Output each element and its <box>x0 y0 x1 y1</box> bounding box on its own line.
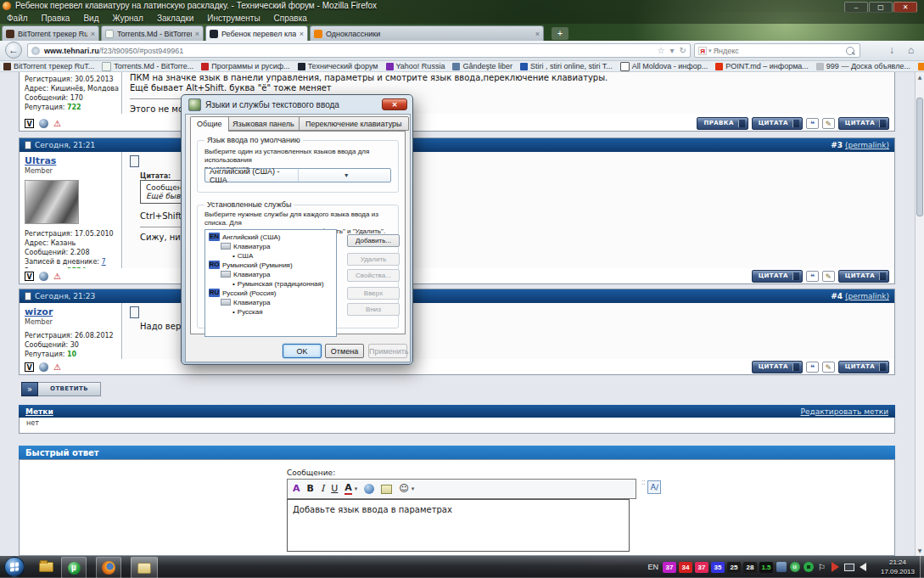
insert-image-icon[interactable] <box>381 485 392 494</box>
url-dropdown-icon[interactable]: ▾ <box>670 46 675 55</box>
move-up-button[interactable]: Вверх <box>347 287 400 300</box>
tree-layout-row[interactable]: •Румынская (традиционная) <box>232 279 336 288</box>
multiquote-icon[interactable]: ❝ <box>806 271 819 282</box>
bookmark-star-icon[interactable]: ☆ <box>658 46 665 55</box>
bookmark-yahoo[interactable]: Yahoo! Russia <box>386 62 445 70</box>
bookmark-tehnari[interactable]: Технический форум <box>298 62 378 70</box>
tree-language-row[interactable]: ROРумынский (Румыния) <box>209 261 336 269</box>
multiquote-icon[interactable]: ❝ <box>806 362 819 373</box>
tab-close-icon[interactable]: × <box>195 30 199 38</box>
taskbar-language-dialog[interactable] <box>131 557 158 578</box>
menu-bookmarks[interactable]: Закладки <box>150 14 200 23</box>
ip-icon[interactable] <box>39 272 48 281</box>
reload-icon[interactable]: ↻ <box>680 46 686 55</box>
avatar[interactable] <box>25 180 79 224</box>
search-input[interactable] <box>712 46 846 56</box>
menu-tools[interactable]: Инструменты <box>200 14 266 23</box>
bookmark-point[interactable]: POINT.md – информа... <box>715 62 809 70</box>
font-color-icon[interactable]: A <box>344 483 352 495</box>
quick-edit-icon[interactable]: ✎ <box>822 118 835 129</box>
menu-file[interactable]: Файл <box>0 14 35 23</box>
bold-icon[interactable]: B <box>307 483 314 495</box>
temp-badge[interactable]: 1.5 <box>759 562 773 573</box>
tree-keyboard-row[interactable]: Клавиатура <box>221 242 336 250</box>
tab-language-bar[interactable]: Языковая панель <box>226 116 301 131</box>
edit-tags-link[interactable]: Редактировать метки <box>800 407 888 416</box>
tree-layout-row[interactable]: •США <box>232 251 336 260</box>
back-button[interactable]: ← <box>5 42 22 59</box>
tags-link[interactable]: Метки <box>25 407 53 416</box>
quote-button[interactable]: ЦИТАТА <box>752 270 803 283</box>
permalink[interactable]: #4 (permalink) <box>831 292 889 300</box>
ip-icon[interactable] <box>39 119 48 128</box>
tab-general[interactable]: Общие <box>190 116 229 132</box>
temp-badge[interactable]: 37 <box>663 562 676 573</box>
tray-clock[interactable]: 21:24 17.09.2013 <box>874 558 921 576</box>
site-identity-icon[interactable] <box>31 47 40 55</box>
quote-plus-button[interactable]: ЦИТАТА <box>838 361 889 373</box>
search-box[interactable]: Я ▾ <box>694 43 860 58</box>
remove-button[interactable]: Удалить <box>347 253 400 266</box>
quote-plus-button[interactable]: ЦИТАТА <box>838 270 889 283</box>
taskbar-firefox[interactable] <box>96 557 121 578</box>
tab-torrentsmd[interactable]: Torrents.Md - BitTorrent Tracker Mol... … <box>101 25 204 41</box>
blue-app-tray-icon[interactable] <box>776 562 787 573</box>
default-language-combo[interactable]: Английский (США) - США ▼ <box>204 168 391 182</box>
bookmark-torrentsmd[interactable]: Torrents.Md - BitTorre... <box>102 62 193 71</box>
home-icon[interactable]: ⌂ <box>908 44 914 56</box>
bookmark-stiri[interactable]: Stiri , stiri online, stiri T... <box>520 62 613 70</box>
tree-keyboard-row[interactable]: Клавиатура <box>221 270 336 278</box>
tree-keyboard-row[interactable]: Клавиатура <box>221 298 336 306</box>
temp-badge[interactable]: 34 <box>679 562 692 573</box>
menu-help[interactable]: Справка <box>267 14 314 23</box>
properties-button[interactable]: Свойства... <box>347 269 400 282</box>
tab-tehnari-active[interactable]: Ребенок перевел клавиатуру на лат... × <box>205 25 308 41</box>
tab-rutracker[interactable]: BitTorrent трекер RuTracker.org (ex t...… <box>2 25 99 41</box>
quick-edit-icon[interactable]: ✎ <box>822 271 835 282</box>
quote-button[interactable]: ЦИТАТА <box>752 361 803 373</box>
search-icon[interactable] <box>846 47 854 55</box>
insert-link-icon[interactable] <box>364 484 374 494</box>
add-button[interactable]: Добавить... <box>347 234 400 247</box>
combo-dropdown-icon[interactable]: ▼ <box>298 169 391 182</box>
dialog-close-button[interactable]: ✕ <box>382 98 407 110</box>
verified-icon[interactable]: V <box>25 119 34 128</box>
temp-badge[interactable]: 35 <box>711 562 725 573</box>
cancel-button[interactable]: Отмена <box>325 344 364 358</box>
username-link[interactable]: Ultras <box>25 155 116 166</box>
menu-edit[interactable]: Правка <box>35 14 77 23</box>
start-button[interactable] <box>4 557 25 577</box>
permalink[interactable]: #3 (permalink) <box>831 141 889 149</box>
apply-button[interactable]: Применить <box>368 344 407 358</box>
editor-mode-toggle[interactable]: A∕ <box>647 480 661 494</box>
multiquote-icon[interactable]: ❝ <box>806 118 819 129</box>
underline-icon[interactable]: U <box>331 483 338 495</box>
red-app-tray-icon[interactable] <box>830 562 841 573</box>
bookmark-odnoklassniki[interactable]: Одноклассники <box>918 62 924 70</box>
quote-plus-button[interactable]: ЦИТАТА <box>838 117 889 130</box>
temp-badge[interactable]: 28 <box>743 562 757 573</box>
italic-icon[interactable]: I <box>321 483 324 495</box>
bookmark-programs[interactable]: Программы и русиф... <box>201 62 289 70</box>
report-warning-icon[interactable]: ⚠ <box>53 362 61 372</box>
tree-language-row[interactable]: RUРусский (Россия) <box>209 289 336 297</box>
services-tree[interactable]: ENАнглийский (США) Клавиатура •США ROРум… <box>204 229 337 337</box>
utorrent-tray-icon[interactable]: u <box>789 562 800 573</box>
smiley-dropdown-icon[interactable]: ▾ <box>412 485 415 492</box>
language-indicator[interactable]: EN <box>647 563 658 571</box>
url-bar[interactable]: www.tehnari.ru/f23/t90950/#post949961 ☆ … <box>27 43 691 58</box>
scrollbar-thumb[interactable] <box>916 98 923 216</box>
menu-view[interactable]: Вид <box>76 14 105 23</box>
message-textarea[interactable]: Добавьте язык ввода в параметрах <box>287 499 630 552</box>
network-icon[interactable] <box>843 562 854 573</box>
quote-button[interactable]: ЦИТАТА <box>752 117 803 130</box>
edit-button[interactable]: ПРАВКА <box>697 117 748 130</box>
color-dropdown-icon[interactable]: ▾ <box>355 485 358 492</box>
green-app-tray-icon[interactable] <box>803 562 814 573</box>
taskbar-explorer[interactable] <box>36 557 56 577</box>
verified-icon[interactable]: V <box>25 272 34 281</box>
new-tab-button[interactable]: + <box>552 27 568 40</box>
reply-button[interactable]: » ОТВЕТИТЬ <box>21 382 101 396</box>
scroll-down-icon[interactable]: ▼ <box>916 546 924 556</box>
tab-key-settings[interactable]: Переключение клавиатуры <box>299 116 409 131</box>
